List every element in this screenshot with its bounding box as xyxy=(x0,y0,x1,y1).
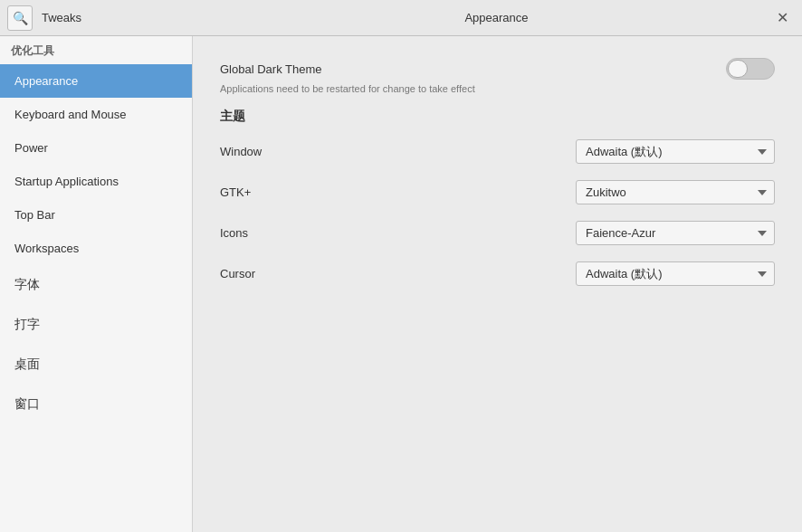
icons-dropdown-row: Icons Faience-Azur Adwaita HighContrast xyxy=(220,221,775,245)
theme-section-heading: 主题 xyxy=(220,109,775,125)
sidebar-item-top-bar[interactable]: Top Bar xyxy=(0,198,192,232)
gtk-label: GTK+ xyxy=(220,185,251,199)
sidebar-item-dazi[interactable]: 打字 xyxy=(0,305,192,345)
gtk-dropdown-row: GTK+ Zukitwo Adwaita Adwaita-dark xyxy=(220,180,775,204)
sidebar-item-appearance[interactable]: Appearance xyxy=(0,64,192,98)
content-area: Global Dark Theme Applications need to b… xyxy=(193,36,802,532)
close-icon: ✕ xyxy=(777,9,788,26)
sidebar-item-workspaces[interactable]: Workspaces xyxy=(0,232,192,265)
page-title: Appearance xyxy=(224,11,769,24)
global-dark-theme-label: Global Dark Theme xyxy=(220,62,321,76)
sidebar-item-chuangkou[interactable]: 窗口 xyxy=(0,385,192,424)
cursor-dropdown-row: Cursor Adwaita (默认) DMZ-Black DMZ-White xyxy=(220,261,775,286)
window-select[interactable]: Adwaita (默认) Adwaita-dark HighContrast xyxy=(576,139,775,164)
close-button[interactable]: ✕ xyxy=(769,5,795,31)
sidebar: 优化工具 Appearance Keyboard and Mouse Power… xyxy=(0,36,193,532)
sidebar-item-keyboard-mouse[interactable]: Keyboard and Mouse xyxy=(0,98,192,131)
icons-label: Icons xyxy=(220,226,248,240)
cursor-select[interactable]: Adwaita (默认) DMZ-Black DMZ-White xyxy=(576,261,775,286)
main-layout: 优化工具 Appearance Keyboard and Mouse Power… xyxy=(0,36,802,532)
global-dark-theme-row: Global Dark Theme xyxy=(220,58,775,80)
titlebar: 🔍 Tweaks Appearance ✕ xyxy=(0,0,802,36)
sidebar-item-startup-applications[interactable]: Startup Applications xyxy=(0,165,192,198)
sidebar-item-ziti[interactable]: 字体 xyxy=(0,265,192,305)
search-icon: 🔍 xyxy=(13,11,28,25)
window-dropdown-row: Window Adwaita (默认) Adwaita-dark HighCon… xyxy=(220,139,775,164)
sidebar-section-label: 优化工具 xyxy=(0,36,192,64)
app-name: Tweaks xyxy=(33,11,224,24)
icons-select[interactable]: Faience-Azur Adwaita HighContrast xyxy=(576,221,775,245)
cursor-label: Cursor xyxy=(220,267,255,280)
global-dark-theme-toggle[interactable] xyxy=(726,58,775,80)
search-button[interactable]: 🔍 xyxy=(7,5,33,31)
window-label: Window xyxy=(220,145,262,158)
sidebar-item-power[interactable]: Power xyxy=(0,131,192,165)
sidebar-item-zhuomian[interactable]: 桌面 xyxy=(0,345,192,385)
global-dark-theme-sublabel: Applications need to be restarted for ch… xyxy=(220,83,775,94)
toggle-knob xyxy=(728,60,748,78)
gtk-select[interactable]: Zukitwo Adwaita Adwaita-dark xyxy=(576,180,775,204)
